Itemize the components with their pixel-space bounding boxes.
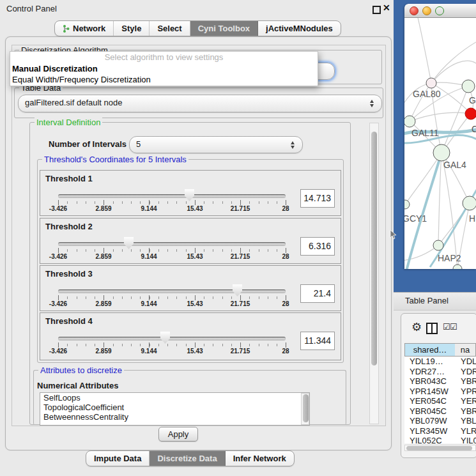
close-traffic-light-icon[interactable]: [410, 6, 418, 15]
node-gcy1[interactable]: [404, 200, 410, 209]
node-table[interactable]: YDL19…YDL1 YDR27…YDR2 YBR043CYBR0 YPR145…: [404, 357, 476, 443]
node-gal80[interactable]: [426, 78, 436, 88]
tab-infer-network[interactable]: Infer Network: [226, 451, 294, 466]
tab-label: Select: [157, 21, 181, 36]
checkbox-icon-2[interactable]: ☑: [450, 322, 457, 332]
list-item[interactable]: BetweennessCentrality: [40, 412, 309, 422]
network-canvas[interactable]: GAL80 GA C GAL11 GAL4 GCY1 H HAP2: [404, 18, 476, 269]
node-bottom[interactable]: [453, 265, 462, 269]
tab-select[interactable]: Select: [150, 21, 190, 36]
node-label-h: H: [469, 213, 475, 224]
mouse-cursor: [390, 230, 397, 240]
tick-label: 15.43: [179, 253, 211, 260]
table-row[interactable]: YLR345WYLR3: [404, 426, 476, 436]
cell-name: YBR0: [456, 406, 476, 417]
node-label-gal4: GAL4: [443, 160, 466, 170]
gear-icon[interactable]: ⚙: [411, 320, 422, 334]
list-scrollbar-thumb[interactable]: [303, 394, 309, 422]
threshold-4-value-field[interactable]: 11.344: [300, 332, 335, 350]
table-row[interactable]: YBL079WYBL0: [404, 416, 476, 426]
column-header-shared-name[interactable]: shared…: [404, 343, 456, 357]
tab-impute-data[interactable]: Impute Data: [86, 451, 150, 466]
network-icon: [63, 24, 70, 33]
checkbox-icon-1[interactable]: ☑: [443, 322, 450, 332]
table-row[interactable]: YER054CYER0: [404, 396, 476, 406]
node-label-hap2: HAP2: [438, 253, 461, 263]
tab-label: jActiveMNodules: [266, 21, 333, 36]
node-gal11[interactable]: [404, 116, 415, 127]
tick-label: 21.715: [224, 348, 256, 355]
control-panel-tabbar: Network Style Select Cyni Toolbox jActiv…: [54, 20, 341, 36]
node-hap2[interactable]: [433, 240, 443, 250]
cyni-bottom-tabbar: Impute Data Discretize Data Infer Networ…: [86, 450, 295, 466]
node-h[interactable]: [463, 196, 476, 210]
float-window-icon[interactable]: [372, 6, 381, 14]
node-label-gcy1: GCY1: [404, 213, 427, 224]
tick-label: 15.43: [179, 348, 211, 355]
tick-label: -3.426: [42, 300, 74, 307]
interval-definition-label: Interval Definition: [35, 118, 102, 127]
threshold-1-value-field[interactable]: 14.713: [300, 189, 335, 208]
tick-label: 21.715: [224, 300, 256, 307]
node-top-right[interactable]: [462, 80, 475, 93]
cell-name: YIL0: [456, 436, 476, 443]
slider-major-ticks: [58, 342, 286, 348]
popup-item-manual-discretization[interactable]: Manual Discretization: [10, 63, 318, 74]
table-horizontal-scrollbar[interactable]: [404, 445, 476, 451]
cell-name: YBL0: [456, 416, 476, 426]
split-pane-icon[interactable]: [426, 323, 438, 334]
threshold-2-slider-track[interactable]: [58, 242, 286, 246]
combo-spinner-icon: [291, 141, 295, 150]
tab-jactivemnodules[interactable]: jActiveMNodules: [258, 21, 341, 36]
tab-style[interactable]: Style: [114, 21, 150, 36]
thresholds-group-label: Threshold's Coordinates for 5 Intervals: [42, 155, 188, 164]
tab-network[interactable]: Network: [55, 21, 114, 36]
tab-label: Network: [73, 21, 105, 36]
cell-shared-name: YER054C: [404, 396, 456, 406]
table-data-combobox[interactable]: galFiltered.sif default node: [18, 95, 382, 112]
popup-item-equal-width-frequency[interactable]: Equal Width/Frequency Discretization: [10, 74, 318, 85]
cell-shared-name: YBL079W: [404, 416, 456, 426]
table-horizontal-scrollbar-thumb[interactable]: [406, 446, 472, 450]
threshold-1-slider-track[interactable]: [58, 194, 286, 198]
num-intervals-combobox[interactable]: 5: [129, 136, 303, 153]
algorithm-dropdown-popup: Select algorithm to view settings Manual…: [10, 51, 318, 86]
network-window-titlebar[interactable]: [404, 4, 476, 18]
tick-label: 2.859: [88, 300, 119, 307]
cell-shared-name: YIL052C: [404, 436, 456, 443]
node-highlighted-red[interactable]: [465, 108, 476, 119]
zoom-traffic-light-icon[interactable]: [435, 6, 444, 15]
content-scrollbar[interactable]: [369, 123, 379, 424]
tab-discretize-data[interactable]: Discretize Data: [150, 451, 225, 466]
table-row[interactable]: YIL052CYIL0: [404, 436, 476, 443]
tick-label: -3.426: [42, 205, 74, 212]
table-row[interactable]: YBR043CYBR0: [404, 376, 476, 387]
content-scrollbar-thumb[interactable]: [371, 132, 377, 365]
cell-name: YBR0: [456, 376, 476, 387]
table-row[interactable]: YDL19…YDL1: [404, 357, 476, 367]
network-graph: GAL80 GA C GAL11 GAL4 GCY1 H HAP2: [404, 18, 476, 269]
list-item[interactable]: TopologicalCoefficient: [40, 403, 309, 412]
threshold-1-label: Threshold 1: [45, 174, 93, 183]
threshold-4-slider-track[interactable]: [58, 337, 286, 341]
list-scrollbar[interactable]: [301, 393, 309, 425]
list-item[interactable]: SelfLoops: [40, 393, 309, 403]
tab-cyni-toolbox[interactable]: Cyni Toolbox: [190, 21, 258, 36]
node-gal4[interactable]: [433, 144, 450, 161]
minimize-traffic-light-icon[interactable]: [422, 6, 431, 15]
threshold-2-value-field[interactable]: 6.316: [300, 237, 335, 256]
table-row[interactable]: YBR045CYBR0: [404, 406, 476, 417]
threshold-3-slider-track[interactable]: [58, 289, 286, 293]
tick-label: 9.144: [133, 253, 165, 260]
close-icon[interactable]: ✕: [383, 3, 390, 13]
cell-name: YDR2: [456, 367, 476, 377]
cell-name: YER0: [456, 396, 476, 406]
numerical-attributes-list[interactable]: SelfLoops TopologicalCoefficient Between…: [40, 392, 310, 426]
table-row[interactable]: YPR145WYPR1: [404, 387, 476, 397]
table-row[interactable]: YDR27…YDR2: [404, 367, 476, 377]
apply-button[interactable]: Apply: [158, 427, 198, 441]
column-header-name[interactable]: na: [455, 343, 476, 357]
cell-name: YLR3: [456, 426, 476, 436]
popup-hint-item[interactable]: Select algorithm to view settings: [10, 52, 318, 63]
threshold-3-value-field[interactable]: 21.4: [300, 284, 335, 303]
